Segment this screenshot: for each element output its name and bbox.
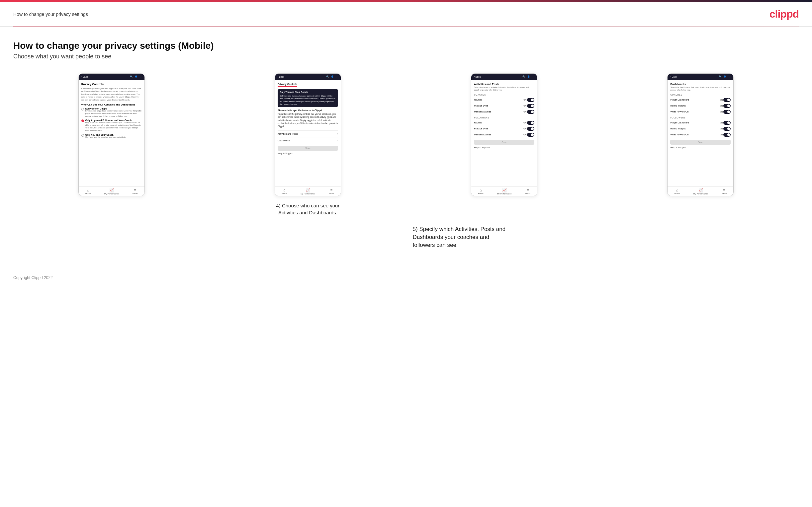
nav-performance-2[interactable]: 📈 My Performance xyxy=(301,188,315,195)
toggle-switch-rounds-followers[interactable]: ON xyxy=(523,121,535,125)
toggle-switch-manual-coaches-visual xyxy=(527,110,535,114)
back-button-2[interactable]: ‹ Back xyxy=(277,76,284,78)
back-button-4[interactable]: ‹ Back xyxy=(670,76,677,78)
toggle-switch-what-to-work-coaches[interactable]: ON xyxy=(720,110,731,114)
header-title: How to change your privacy settings xyxy=(13,12,88,17)
nav-home-2[interactable]: ⌂ Home xyxy=(282,188,287,195)
toggle-switch-round-insights-coaches[interactable]: ON xyxy=(720,104,731,108)
act-title: Activities and Posts xyxy=(474,82,535,86)
nav-performance-1[interactable]: 📈 My Performance xyxy=(104,188,119,195)
nav-performance-label-3: My Performance xyxy=(497,193,512,195)
phone-footer-1: ⌂ Home 📈 My Performance ≡ Menu xyxy=(79,186,145,196)
phone-body-3: Activities and Posts Select the types of… xyxy=(471,80,537,186)
more-icon-2[interactable]: ⋮ xyxy=(336,75,338,78)
toggle-coaches-what-to-work[interactable]: What To Work On ON xyxy=(670,109,731,115)
nav-home-1[interactable]: ⌂ Home xyxy=(85,188,91,195)
search-icon-2[interactable]: 🔍 xyxy=(326,75,329,78)
toggle-coaches-round-insights[interactable]: Round Insights ON xyxy=(670,103,731,109)
more-icon-3[interactable]: ⋮ xyxy=(532,75,535,78)
toggle-switch-drills-coaches[interactable]: ON xyxy=(523,104,535,108)
followers-label-4: FOLLOWERS xyxy=(670,116,731,119)
search-icon-3[interactable]: 🔍 xyxy=(522,75,525,78)
phone-body-2: Privacy Controls Only You and Your Coach… xyxy=(275,80,341,186)
act-desc: Select the types of activity that you'd … xyxy=(474,86,535,92)
toggle-followers-player-dash[interactable]: Player Dashboard ON xyxy=(670,120,731,126)
radio-desc-coach-only: Only you and the coaches you connect wit… xyxy=(85,136,126,139)
toggle-coaches-rounds[interactable]: Rounds ON xyxy=(474,97,535,103)
home-icon-1: ⌂ xyxy=(87,188,89,192)
radio-desc-approved: Only approved followers and coaches you … xyxy=(85,121,142,132)
help-support-3[interactable]: Help & Support xyxy=(474,146,535,149)
nav-performance-label-2: My Performance xyxy=(301,193,315,195)
nav-performance-4[interactable]: 📈 My Performance xyxy=(694,188,708,195)
user-icon-2[interactable]: 👤 xyxy=(331,75,334,78)
toggle-followers-drills[interactable]: Practice Drills ON xyxy=(474,126,535,132)
radio-text-coach-only: Only You and Your Coach Only you and the… xyxy=(85,134,126,139)
toggle-switch-drills-followers-visual xyxy=(527,127,535,131)
toggle-switch-manual-coaches[interactable]: ON xyxy=(523,110,535,114)
toggle-switch-round-insights-followers[interactable]: ON xyxy=(720,127,731,131)
toggle-label-drills-coaches: Practice Drills xyxy=(474,105,488,107)
nav-menu-2[interactable]: ≡ Menu xyxy=(329,188,334,195)
user-icon-4[interactable]: 👤 xyxy=(723,75,726,78)
followers-label-3: FOLLOWERS xyxy=(474,116,535,119)
search-icon-4[interactable]: 🔍 xyxy=(719,75,722,78)
more-icon-4[interactable]: ⋮ xyxy=(728,75,731,78)
nav-menu-4[interactable]: ≡ Menu xyxy=(722,188,727,195)
radio-option-coach-only[interactable]: Only You and Your Coach Only you and the… xyxy=(81,134,142,139)
toggle-switch-drills-followers[interactable]: ON xyxy=(523,127,535,131)
nav-menu-label-4: Menu xyxy=(722,192,727,194)
radio-text-approved: Only Approved Followers and Your Coach O… xyxy=(85,119,142,132)
toggle-followers-manual[interactable]: Manual Activities ON xyxy=(474,132,535,138)
toggle-switch-manual-followers[interactable]: ON xyxy=(523,133,535,137)
toggle-switch-what-to-work-followers[interactable]: ON xyxy=(720,133,731,137)
chevron-activities: › xyxy=(337,132,338,135)
nav-home-4[interactable]: ⌂ Home xyxy=(674,188,680,195)
coaches-label-4: COACHES xyxy=(670,94,731,96)
nav-menu-label-2: Menu xyxy=(329,192,334,194)
nav-home-label-2: Home xyxy=(282,192,287,194)
toggle-followers-what-to-work[interactable]: What To Work On ON xyxy=(670,132,731,138)
radio-option-everyone[interactable]: Everyone on Clippd Everyone on Clippd ca… xyxy=(81,108,142,117)
caption-1: 4) Choose who can see your Activities an… xyxy=(268,202,348,216)
save-button-3[interactable]: Save xyxy=(474,140,535,145)
tooltip-title: Only You and Your Coach xyxy=(280,91,336,94)
toggle-switch-player-dash-coaches[interactable]: ON xyxy=(720,98,731,102)
toggle-switch-rounds-coaches[interactable]: ON xyxy=(523,98,535,102)
toggle-switch-player-dash-followers[interactable]: ON xyxy=(720,121,731,125)
user-icon-3[interactable]: 👤 xyxy=(527,75,530,78)
save-button-4[interactable]: Save xyxy=(670,140,731,145)
more-icon-1[interactable]: ⋮ xyxy=(139,75,142,78)
performance-icon-3: 📈 xyxy=(502,188,507,192)
privacy-controls-desc: Control how you and your data appears to… xyxy=(81,87,142,101)
nav-performance-3[interactable]: 📈 My Performance xyxy=(497,188,512,195)
nav-home-label-4: Home xyxy=(674,192,680,194)
toggle-switch-player-dash-coaches-visual xyxy=(723,98,731,102)
nav-home-3[interactable]: ⌂ Home xyxy=(478,188,484,195)
toggle-coaches-manual[interactable]: Manual Activities ON xyxy=(474,109,535,115)
toggle-coaches-player-dash[interactable]: Player Dashboard ON xyxy=(670,97,731,103)
back-button-1[interactable]: ‹ Back xyxy=(81,76,88,78)
radio-desc-everyone: Everyone on Clippd can search for you an… xyxy=(85,110,142,117)
back-button-3[interactable]: ‹ Back xyxy=(474,76,480,78)
help-support-4[interactable]: Help & Support xyxy=(670,146,731,149)
activities-posts-label: Activities and Posts xyxy=(277,133,298,135)
search-icon-1[interactable]: 🔍 xyxy=(130,75,133,78)
toggle-coaches-drills[interactable]: Practice Drills ON xyxy=(474,103,535,109)
dashboards-row[interactable]: Dashboards › xyxy=(277,137,338,144)
logo: clippd xyxy=(769,8,799,20)
nav-menu-3[interactable]: ≡ Menu xyxy=(525,188,530,195)
user-icon-1[interactable]: 👤 xyxy=(135,75,138,78)
home-icon-2: ⌂ xyxy=(283,188,286,192)
toggle-followers-round-insights[interactable]: Round Insights ON xyxy=(670,126,731,132)
menu-icon-3: ≡ xyxy=(527,188,529,192)
phone-footer-3: ⌂ Home 📈 My Performance ≡ Menu xyxy=(471,186,537,196)
toggle-label-rounds-coaches: Rounds xyxy=(474,99,482,101)
nav-menu-1[interactable]: ≡ Menu xyxy=(133,188,138,195)
radio-option-approved[interactable]: Only Approved Followers and Your Coach O… xyxy=(81,119,142,132)
help-support-2[interactable]: Help & Support xyxy=(277,152,338,155)
toggle-followers-rounds[interactable]: Rounds ON xyxy=(474,120,535,126)
activities-posts-row[interactable]: Activities and Posts › xyxy=(277,130,338,137)
header: How to change your privacy settings clip… xyxy=(0,2,812,26)
save-button-2[interactable]: Save xyxy=(277,146,338,151)
